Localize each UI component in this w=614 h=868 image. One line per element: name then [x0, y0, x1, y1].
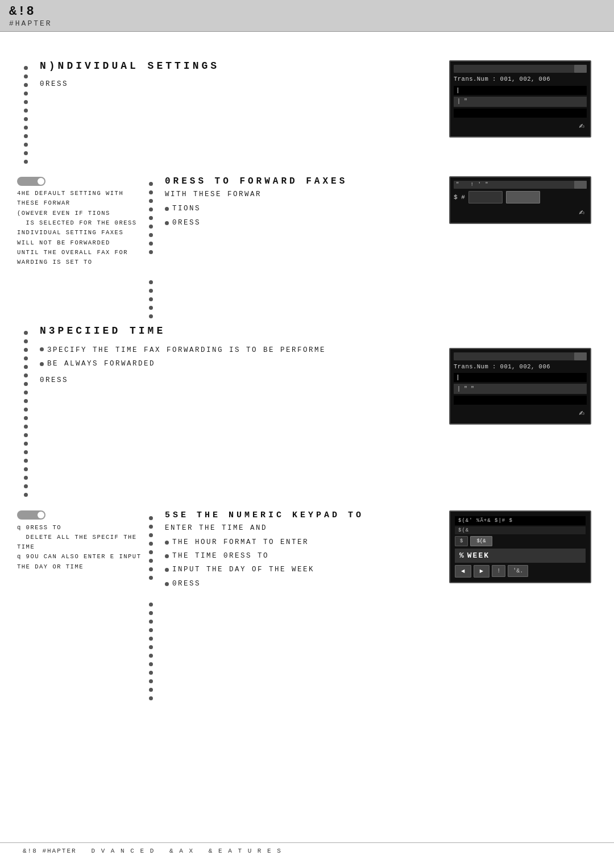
section2-bullet1-row: TIONS: [165, 203, 449, 215]
dot: [149, 567, 153, 571]
screen4-week-bar: % WEEK: [455, 549, 586, 563]
section4-center: 5SE THE NUMERIC KEYPAD TO ENTER THE TIME…: [159, 510, 449, 590]
screen1-container: Trans.Num : 001, 002, 006 | | " ✍: [449, 60, 597, 164]
dot: [24, 391, 28, 394]
dot: [24, 83, 28, 87]
dot-s4-b1: [165, 541, 169, 545]
screen4-nav-left[interactable]: ◄: [455, 565, 471, 578]
dot: [24, 493, 28, 497]
dot: [149, 533, 153, 537]
header-title: &!8: [9, 5, 52, 19]
screen4-topbar: $(&' %Ã+& $|# $: [455, 516, 586, 525]
dot: [24, 117, 28, 121]
section4-left-text: q 0RESS TO DELETE ALL THE SPECIF THE TIM…: [17, 523, 142, 572]
dot: [149, 190, 153, 194]
section3-content: N3PECIIED TIME 3PECIFY THE TIME FAX FORW…: [17, 325, 597, 497]
screen3-container: Trans.Num : 001, 002, 006 | | " " ✍: [449, 325, 597, 497]
dot-s3-b1: [40, 347, 44, 351]
section3-text: N3PECIIED TIME 3PECIFY THE TIME FAX FORW…: [34, 325, 449, 497]
dot: [149, 654, 153, 658]
section4-right: 5SE THE NUMERIC KEYPAD TO ENTER THE TIME…: [142, 510, 597, 590]
section3-bullet2: BE ALWAYS FORWARDED: [47, 358, 155, 370]
section2-bullet2: 0RESS: [172, 217, 201, 229]
screen4-week-label: %: [459, 551, 465, 560]
section1-text: N)NDIVIDUAL SETTINGS 0RESS: [34, 60, 449, 164]
toggle-circle-1: [38, 178, 44, 185]
dot: [24, 92, 28, 95]
section4-left: q 0RESS TO DELETE ALL THE SPECIF THE TIM…: [17, 510, 142, 590]
dots-col-spacer1: [142, 275, 159, 318]
section4-line3: TIME: [17, 542, 142, 552]
dot: [149, 199, 153, 203]
screen3-input-row: |: [454, 373, 587, 382]
trailing-dots: [0, 595, 614, 734]
dots-col-trailing: [142, 597, 159, 700]
dot: [24, 399, 28, 403]
section1: N)NDIVIDUAL SETTINGS 0RESS Trans.Num : 0…: [0, 49, 614, 169]
section2-subheading: WITH THESE FORWAR: [165, 189, 449, 201]
screen4: $(&' %Ã+& $|# $ $(& $ $(& % WEEK: [449, 510, 591, 583]
dot: [149, 603, 153, 607]
section2-line7: WARDING IS SET TO: [17, 258, 142, 267]
section2-heading: 0RESS TO FORWARD FAXES: [165, 176, 449, 186]
screen2-top-text: " ! ' ": [456, 182, 489, 188]
screen3-highlight: | " ": [454, 384, 587, 394]
screen4-sublabel: $(&: [455, 526, 586, 534]
screen4-nav-right[interactable]: ►: [474, 565, 490, 578]
spacer-dots-1: [0, 272, 614, 321]
screen2-btn1: [468, 191, 503, 203]
section1-content: N)NDIVIDUAL SETTINGS 0RESS Trans.Num : 0…: [34, 60, 597, 164]
dot: [149, 525, 153, 529]
header-subtitle: #HAPTER: [9, 19, 52, 28]
hand-icon-3: ✍: [454, 406, 584, 420]
section3-heading: N3PECIIED TIME: [40, 325, 449, 337]
screen2-corner-btn: [574, 181, 587, 189]
dot: [149, 611, 153, 615]
dot: [24, 484, 28, 488]
dot: [149, 620, 153, 624]
section4-bullet2: THE TIME 0RESS TO: [172, 550, 269, 562]
section4-bullet4-row: 0RESS: [165, 578, 449, 590]
dot: [149, 696, 153, 700]
dot-s4-b4: [165, 582, 169, 586]
dot: [24, 109, 28, 113]
screen4-r1-btn2[interactable]: $(&: [470, 536, 492, 546]
screen4-top-label: $(&' %Ã+& $|# $: [458, 518, 513, 524]
section2-line3: IS SELECTED FOR THE 0RESS: [17, 218, 142, 228]
screen2-label: $ #: [454, 193, 465, 202]
dot: [24, 339, 28, 343]
toggle-circle-2: [38, 512, 44, 518]
section4-bullet1: THE HOUR FORMAT TO ENTER: [172, 537, 309, 549]
dot: [149, 679, 153, 683]
section2-bullet2-row: 0RESS: [165, 217, 449, 229]
toggle-badge-2: [17, 510, 45, 520]
section3-bullet1-row: 3PECIFY THE TIME FAX FORWARDING IS TO BE…: [40, 344, 449, 356]
section2-line6: UNTIL THE OVERALL FAX FOR: [17, 248, 142, 258]
dot: [149, 280, 153, 284]
screen2-btn2[interactable]: [506, 191, 540, 203]
dot-bullet1: [165, 207, 169, 211]
dot: [149, 645, 153, 649]
dot: [24, 382, 28, 386]
section1-heading: N)NDIVIDUAL SETTINGS: [40, 60, 449, 72]
screen4-btn2[interactable]: '&.: [508, 565, 528, 577]
dot: [149, 688, 153, 692]
footer-left-text: &!8 #HAPTER: [23, 848, 77, 854]
dot: [24, 365, 28, 369]
screen4-btn1[interactable]: !: [492, 565, 505, 577]
dot: [149, 671, 153, 675]
dot-s3-b2: [40, 362, 44, 366]
section2-right: 0RESS TO FORWARD FAXES WITH THESE FORWAR…: [142, 176, 597, 268]
section4-heading: 5SE THE NUMERIC KEYPAD TO: [165, 510, 449, 520]
section4-toggle: [17, 510, 142, 521]
section2-center: 0RESS TO FORWARD FAXES WITH THESE FORWAR…: [159, 176, 449, 268]
section4-bullet4: 0RESS: [172, 578, 201, 590]
footer-left: &!8 #HAPTER D V A N C E D & A X & E A T …: [23, 848, 282, 854]
dot: [149, 516, 153, 520]
screen3: Trans.Num : 001, 002, 006 | | " " ✍: [449, 348, 591, 425]
dot: [24, 425, 28, 429]
section2-line5: WILL NOT BE FORWARDED: [17, 238, 142, 248]
section3-bullet2-row: BE ALWAYS FORWARDED: [40, 358, 449, 370]
section2: 4HE DEFAULT SETTING WITH THESE FORWAR (O…: [0, 172, 614, 272]
section1-step1: 0RESS: [40, 78, 449, 90]
